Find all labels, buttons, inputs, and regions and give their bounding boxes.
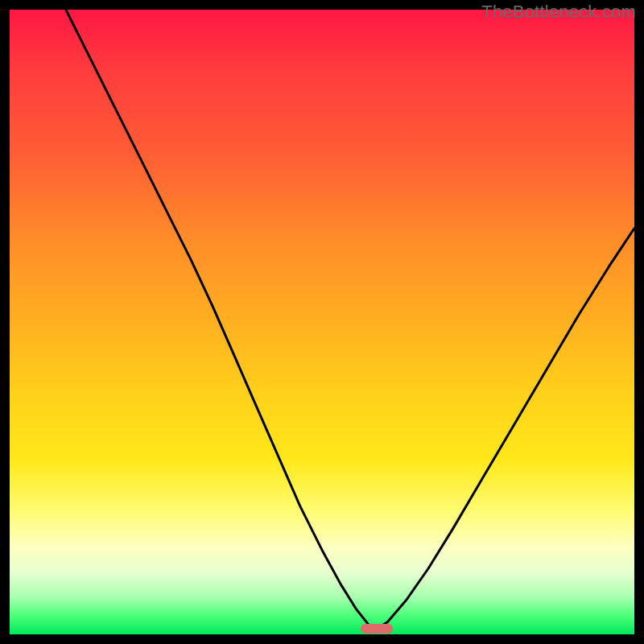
chart-stage: TheBottleneck.com <box>0 0 644 644</box>
optimum-marker-pill <box>361 624 393 634</box>
bottleneck-curve <box>10 10 634 634</box>
gradient-plot-area <box>10 10 634 634</box>
watermark-text: TheBottleneck.com <box>481 2 636 23</box>
